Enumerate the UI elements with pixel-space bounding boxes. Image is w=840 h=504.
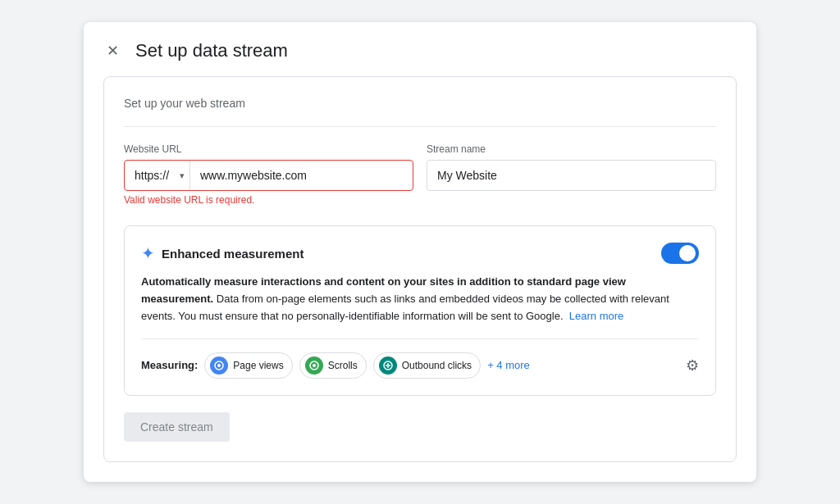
enhanced-measurement-card: ✦ Enhanced measurement ✓ Automatically m… — [124, 225, 716, 395]
scrolls-icon — [305, 356, 323, 375]
stream-name-form-group: Stream name — [427, 143, 716, 191]
scrolls-label: Scrolls — [328, 360, 358, 371]
measuring-label: Measuring: — [141, 359, 198, 371]
stream-name-label: Stream name — [427, 143, 716, 155]
enhanced-title-row: ✦ Enhanced measurement — [141, 243, 304, 263]
dialog-body: Set up your web stream Website URL https… — [84, 76, 756, 481]
page-views-icon — [210, 356, 228, 375]
create-stream-button[interactable]: Create stream — [124, 412, 230, 442]
enhanced-measurement-title: Enhanced measurement — [162, 247, 304, 261]
toggle-slider: ✓ — [661, 243, 699, 264]
more-link[interactable]: + 4 more — [487, 359, 530, 371]
url-error-message: Valid website URL is required. — [124, 194, 413, 206]
setup-dialog: ✕ Set up data stream Set up your web str… — [84, 22, 756, 481]
stream-name-input[interactable] — [427, 160, 716, 191]
scrolls-badge: Scrolls — [299, 352, 367, 379]
divider — [124, 126, 716, 127]
settings-gear-icon[interactable]: ⚙ — [686, 356, 699, 375]
close-icon: ✕ — [107, 42, 119, 60]
outbound-clicks-badge: Outbound clicks — [373, 352, 481, 379]
dialog-title: Set up data stream — [135, 40, 288, 61]
toggle-check-icon: ✓ — [687, 247, 695, 259]
measuring-left: Measuring: Page views — [141, 352, 530, 379]
protocol-wrapper: https:// http:// — [125, 161, 190, 190]
url-form-group: Website URL https:// http:// Valid websi… — [124, 143, 413, 206]
outbound-clicks-label: Outbound clicks — [402, 360, 472, 371]
enhanced-measurement-toggle[interactable]: ✓ — [661, 243, 699, 264]
sparkle-icon: ✦ — [141, 243, 155, 263]
page-views-label: Page views — [233, 360, 283, 371]
page-views-badge: Page views — [204, 352, 292, 379]
url-input-row: https:// http:// — [124, 160, 413, 191]
outbound-clicks-icon — [379, 356, 397, 375]
svg-point-1 — [217, 364, 221, 367]
measuring-row: Measuring: Page views — [141, 338, 699, 379]
form-row: Website URL https:// http:// Valid websi… — [124, 143, 716, 206]
enhanced-header: ✦ Enhanced measurement ✓ — [141, 243, 699, 264]
learn-more-link[interactable]: Learn more — [569, 310, 623, 322]
dialog-header: ✕ Set up data stream — [84, 22, 756, 76]
url-input[interactable] — [190, 161, 413, 190]
url-label: Website URL — [124, 143, 413, 155]
protocol-select[interactable]: https:// http:// — [125, 161, 189, 190]
svg-point-3 — [313, 364, 316, 367]
card-title: Set up your web stream — [124, 97, 716, 110]
web-stream-card: Set up your web stream Website URL https… — [103, 76, 737, 461]
close-button[interactable]: ✕ — [103, 39, 122, 63]
enhanced-description: Automatically measure interactions and c… — [141, 274, 699, 325]
